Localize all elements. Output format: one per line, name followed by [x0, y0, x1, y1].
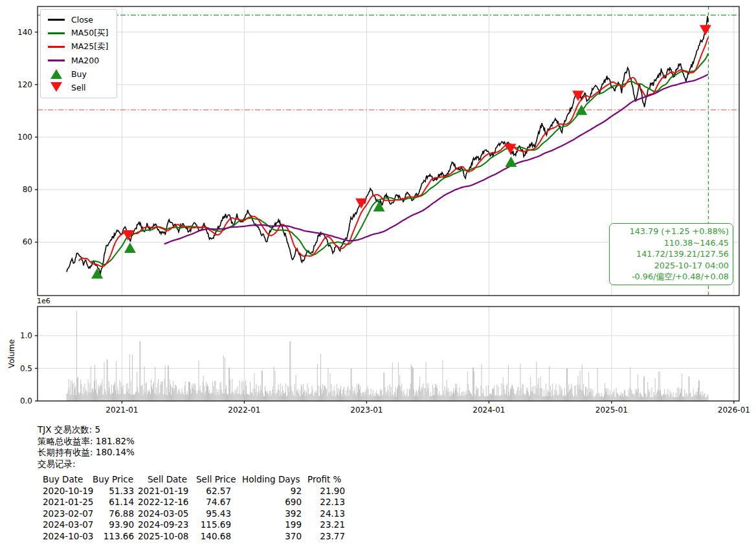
xtick-label: 2022-01 [228, 405, 260, 415]
stock-strategy-figure: 60801001201400.00.51.02021-012022-012023… [0, 0, 756, 551]
volume-ytick-label: 1.0 [20, 331, 32, 340]
legend-line-swatch [47, 32, 66, 34]
legend-item-ma25: MA25[卖] [47, 41, 109, 52]
legend: CloseMA50[买]MA25[卖]MA200BuySell [40, 9, 117, 98]
trades-row: 2021-01-2561.142022-12-1674.6769022.13 [0, 497, 453, 508]
annotation-line: 143.79 (+1.25 +0.88%) [614, 226, 729, 237]
legend-label: MA200 [71, 56, 99, 65]
trades-cell: 23.77 [0, 531, 345, 541]
annotation-line: -0.96/偏空/+0.48/+0.08 [614, 271, 729, 283]
legend-line-swatch [47, 19, 66, 21]
legend-item-ma200: MA200 [47, 55, 109, 66]
price-ytick-label: 60 [23, 237, 32, 246]
trades-cell: 22.13 [0, 497, 345, 507]
trades-header-cell: Buy Date [43, 474, 83, 484]
volume-ytick-label: 0.5 [20, 364, 32, 373]
legend-item-ma50: MA50[买] [47, 28, 109, 39]
trades-cell: 24.13 [0, 508, 345, 519]
legend-line-swatch [47, 59, 66, 61]
price-ytick-label: 120 [17, 80, 32, 89]
summary-line-holding-return: 长期持有收益: 180.14% [38, 447, 135, 459]
trades-row: 2024-03-0793.902024-09-23115.6919923.21 [0, 519, 453, 531]
gridlines [38, 6, 739, 401]
annotation-line: 2025-10-17 04:00 [614, 260, 729, 272]
price-annotation-box: 143.79 (+1.25 +0.88%)110.38~146.45141.72… [609, 223, 733, 285]
trades-cell: 21.90 [0, 486, 345, 496]
trades-header-cell: Holding Days [242, 474, 300, 484]
buy-marker [124, 243, 136, 253]
trades-header-cell: Sell Price [196, 474, 236, 484]
trades-row: 2023-02-0776.882024-03-0595.4339224.13 [0, 508, 453, 520]
trades-table: Buy DateBuy PriceSell DateSell PriceHold… [0, 474, 453, 542]
legend-item-sell: Sell [47, 82, 109, 93]
trades-cell: 23.21 [0, 519, 345, 530]
volume-axis-label: Volume [7, 340, 16, 369]
trades-header-cell: Buy Price [93, 474, 133, 484]
legend-label: MA25[卖] [71, 41, 109, 52]
strategy-summary: TJX 交易次数: 5 策略总收益率: 181.82% 长期持有收益: 180.… [38, 424, 135, 470]
annotation-line: 141.72/139.21/127.56 [614, 248, 729, 260]
xtick-label: 2021-01 [106, 405, 138, 415]
legend-label: Close [71, 15, 93, 25]
buy-marker [506, 157, 517, 167]
price-ytick-label: 140 [17, 28, 32, 37]
legend-line-swatch [47, 46, 66, 48]
summary-line-trade-record: 交易记录: [38, 459, 135, 470]
xtick-label: 2025-01 [595, 405, 628, 415]
trades-header-row: Buy DateBuy PriceSell DateSell PriceHold… [0, 474, 453, 486]
xtick-label: 2026-01 [718, 405, 750, 415]
xtick-label: 2023-01 [350, 405, 383, 415]
annotation-line: 110.38~146.45 [614, 237, 729, 249]
summary-line-trades-count: TJX 交易次数: 5 [38, 424, 135, 436]
legend-label: Buy [71, 69, 87, 79]
summary-line-strategy-return: 策略总收益率: 181.82% [38, 436, 135, 448]
xtick-label: 2024-01 [472, 405, 505, 415]
buy-triangle-icon [47, 69, 66, 79]
price-ytick-label: 100 [17, 133, 32, 142]
trades-header-cell: Profit % [307, 474, 341, 484]
legend-item-buy: Buy [47, 69, 109, 80]
volume-panel-border [38, 307, 739, 401]
legend-label: MA50[买] [71, 28, 109, 39]
trades-row: 2020-10-1951.332021-01-1962.579221.90 [0, 486, 453, 497]
sell-marker [700, 25, 711, 36]
sell-triangle-icon [47, 83, 66, 92]
legend-item-close: Close [47, 14, 109, 25]
trades-row: 2024-10-03113.662025-10-08140.6837023.77 [0, 531, 453, 543]
volume-ytick-label: 0.0 [20, 396, 32, 405]
trades-header-cell: Sell Date [148, 474, 187, 484]
price-ytick-label: 80 [23, 185, 32, 194]
volume-scale-label: 1e6 [37, 297, 50, 305]
legend-label: Sell [71, 83, 86, 92]
